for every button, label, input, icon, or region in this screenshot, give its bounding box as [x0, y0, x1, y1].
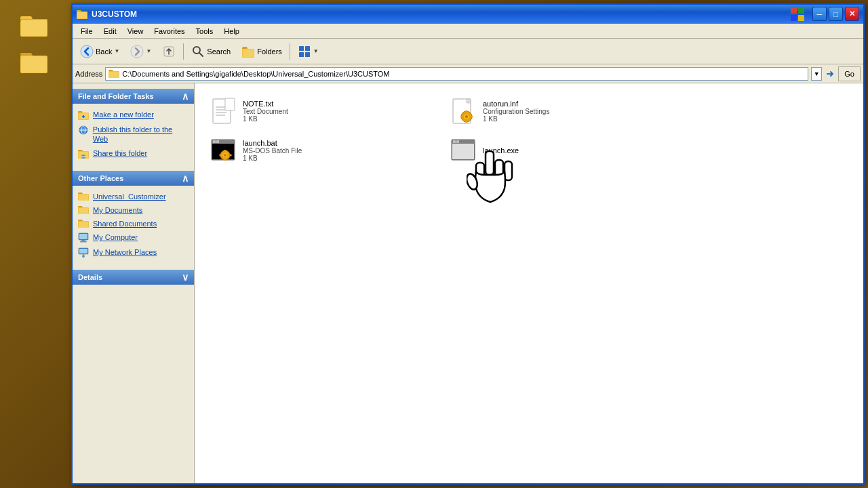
svg-rect-23: [109, 72, 119, 78]
other-places-header[interactable]: Other Places ∧: [73, 171, 194, 186]
menu-file[interactable]: File: [75, 26, 98, 37]
maximize-button[interactable]: □: [829, 7, 843, 21]
other-places-section: Other Places ∧ Universal_Customizer: [73, 171, 194, 265]
close-button[interactable]: ✕: [845, 7, 859, 21]
svg-rect-45: [79, 249, 87, 253]
forward-dropdown-arrow[interactable]: ▼: [146, 48, 151, 54]
svg-rect-39: [79, 222, 88, 228]
desktop-icons: [0, 0, 68, 488]
address-input[interactable]: C:\Documents and Settings\gigafide\Deskt…: [105, 67, 808, 81]
svg-rect-43: [80, 241, 87, 243]
address-dropdown[interactable]: ▼: [811, 67, 822, 81]
svg-point-59: [465, 115, 468, 118]
folder-link-icon-0: [78, 192, 89, 201]
forward-button[interactable]: ▼: [125, 41, 156, 62]
file-size-launch-bat: 1 KB: [243, 155, 302, 162]
folders-button[interactable]: Folders: [237, 41, 287, 62]
menu-tools[interactable]: Tools: [191, 26, 219, 37]
file-type-note-txt: Text Document: [243, 108, 288, 115]
search-button[interactable]: Search: [186, 41, 235, 62]
main-area: File and Folder Tasks ∧: [73, 83, 863, 483]
computer-link-icon: [78, 232, 89, 243]
up-button[interactable]: [157, 41, 180, 62]
file-item-autorun-inf[interactable]: autorun.inf Configuration Settings 1 KB: [446, 94, 680, 128]
file-item-note-txt[interactable]: NOTE.txt Text Document 1 KB: [205, 94, 440, 128]
menu-favorites[interactable]: Favorites: [149, 26, 190, 37]
file-folder-tasks-content: Make a new folder Publish this folder to…: [73, 104, 194, 165]
svg-rect-42: [81, 240, 85, 241]
publish-folder-link[interactable]: Publish this folder to the Web: [78, 123, 189, 146]
svg-rect-41: [79, 234, 87, 239]
svg-line-15: [199, 53, 203, 56]
svg-rect-76: [230, 155, 232, 157]
file-item-launch-exe[interactable]: launch.exe: [446, 134, 680, 167]
menu-help[interactable]: Help: [218, 26, 245, 37]
file-name-launch-bat: launch.bat: [243, 139, 302, 147]
go-button[interactable]: Go: [838, 66, 861, 81]
desktop: U3CUSTOM ─ □ ✕ File Edit View Favorites: [0, 0, 868, 488]
details-label: Details: [78, 273, 102, 281]
desktop-folder-2[interactable]: [10, 50, 58, 73]
file-folder-tasks-header[interactable]: File and Folder Tasks ∧: [73, 89, 194, 104]
go-label: Go: [844, 70, 854, 78]
shared-documents-link[interactable]: Shared Documents: [78, 217, 189, 230]
svg-rect-17: [243, 49, 254, 57]
minimize-button[interactable]: ─: [812, 7, 827, 21]
view-button[interactable]: ▼: [293, 41, 323, 62]
up-icon: [162, 45, 176, 58]
svg-rect-63: [471, 116, 473, 118]
other-places-collapse[interactable]: ∧: [182, 174, 189, 183]
svg-rect-81: [453, 140, 456, 143]
svg-point-46: [82, 255, 85, 258]
file-info-launch-bat: launch.bat MS-DOS Batch File 1 KB: [243, 139, 302, 162]
file-name-autorun-inf: autorun.inf: [483, 100, 549, 108]
desktop-folder-1[interactable]: [10, 14, 58, 37]
menu-edit[interactable]: Edit: [98, 26, 122, 37]
svg-point-87: [467, 172, 479, 190]
my-computer-link[interactable]: My Computer: [78, 230, 189, 245]
file-item-launch-bat[interactable]: launch.bat MS-DOS Batch File 1 KB: [205, 134, 440, 167]
make-new-folder-label: Make a new folder: [93, 110, 154, 119]
svg-rect-86: [476, 163, 484, 180]
search-label: Search: [207, 47, 231, 56]
svg-rect-10: [798, 15, 804, 21]
my-network-places-link[interactable]: My Network Places: [78, 245, 189, 260]
back-button[interactable]: Back ▼: [75, 41, 124, 62]
dropdown-arrow-icon: ▼: [814, 70, 820, 77]
svg-rect-62: [460, 116, 462, 118]
my-documents-link[interactable]: My Documents: [78, 203, 189, 217]
address-bar: Address C:\Documents and Settings\gigafi…: [73, 64, 863, 83]
details-collapse[interactable]: ∨: [182, 272, 189, 282]
svg-rect-85: [505, 161, 512, 180]
folders-icon: [241, 45, 255, 58]
address-path-text: C:\Documents and Settings\gigafide\Deskt…: [122, 70, 389, 78]
svg-rect-20: [299, 52, 304, 57]
view-icon: [298, 45, 311, 58]
left-panel: File and Folder Tasks ∧: [73, 83, 195, 483]
file-size-autorun-inf: 1 KB: [483, 115, 549, 123]
go-arrow-icon: [825, 68, 835, 79]
svg-rect-9: [791, 15, 797, 21]
file-icon-autorun-inf: [450, 98, 477, 125]
svg-rect-79: [452, 144, 474, 159]
my-computer-label: My Computer: [93, 232, 138, 242]
publish-folder-label: Publish this folder to the Web: [93, 125, 189, 144]
windows-logo: [790, 7, 805, 22]
svg-rect-82: [456, 140, 459, 143]
make-new-folder-link[interactable]: Make a new folder: [78, 108, 189, 123]
back-dropdown-arrow[interactable]: ▼: [114, 48, 119, 54]
universal-customizer-link[interactable]: Universal_Customizer: [78, 190, 189, 203]
menu-bar: File Edit View Favorites Tools Help: [73, 24, 863, 39]
svg-rect-37: [79, 208, 88, 214]
folders-label: Folders: [257, 47, 282, 56]
menu-view[interactable]: View: [122, 26, 149, 37]
details-header[interactable]: Details ∨: [73, 270, 194, 285]
file-icon-launch-bat: [210, 137, 237, 164]
share-folder-link[interactable]: Share this folder: [78, 146, 189, 161]
svg-rect-35: [79, 195, 88, 201]
file-info-autorun-inf: autorun.inf Configuration Settings 1 KB: [483, 100, 549, 123]
share-folder-label: Share this folder: [93, 148, 147, 158]
view-dropdown-arrow[interactable]: ▼: [313, 48, 319, 54]
file-folder-tasks-collapse[interactable]: ∧: [182, 92, 189, 101]
svg-rect-74: [224, 159, 226, 161]
